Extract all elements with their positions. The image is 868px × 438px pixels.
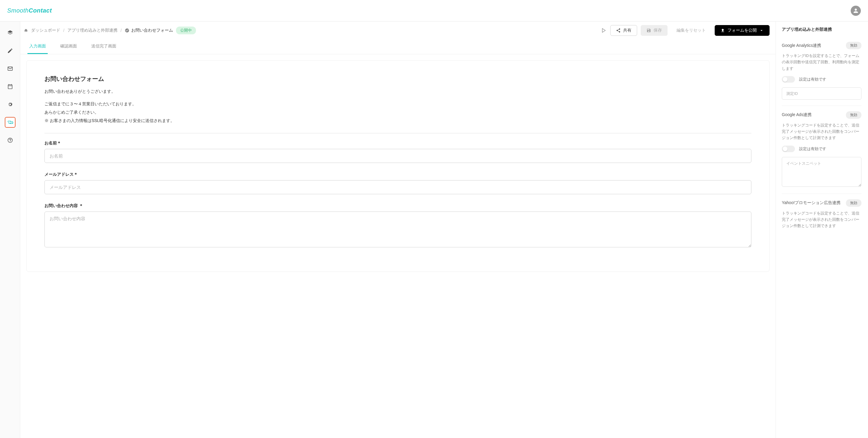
name-input[interactable] [44,149,751,163]
ga-measurement-id-input[interactable] [782,87,862,100]
home-icon [24,28,28,33]
ga-badge: 無効 [846,42,862,49]
logo-part1: Smooth [7,7,29,14]
share-icon [616,28,621,33]
gads-desc: トラッキングコードを設定することで、送信完了メッセージが表示された回数をコンバー… [782,122,862,142]
right-panel: アプリ埋め込みと外部連携 Google Analytics連携 無効 トラッキン… [776,22,868,438]
gads-toggle-label: 設定は有効です [799,146,826,152]
breadcrumb-sep: / [121,28,122,33]
logo-part2: Contact [29,7,52,14]
gads-snippet-textarea[interactable] [782,157,862,187]
breadcrumb: ダッシュボード / アプリ埋め込みと外部連携 / お問い合わせフォーム 公開中 [24,27,596,34]
play-icon [600,27,607,34]
save-icon [646,28,651,33]
field-name: お名前＊ [44,140,751,163]
sidebar [0,22,20,438]
share-button[interactable]: 共有 [610,25,637,36]
save-label: 保存 [654,28,662,33]
sidebar-item-calendar[interactable] [5,81,16,92]
user-icon [852,7,859,14]
inquiry-label: お問い合わせ内容 ＊ [44,203,751,209]
form-desc-line3: あらかじめご了承ください。 [44,108,751,116]
crumb-dashboard[interactable]: ダッシュボード [31,28,60,33]
sidebar-item-settings[interactable] [5,99,16,110]
email-label: メールアドレス＊ [44,172,751,177]
section-yahoo: Yahoo!プロモーション広告連携 無効 トラッキングコードを設定することで、送… [782,194,862,240]
integration-icon [7,119,13,125]
ga-title: Google Analytics連携 [782,43,821,48]
yahoo-desc: トラッキングコードを設定することで、送信完了メッセージが表示された回数をコンバー… [782,210,862,229]
pencil-icon [7,48,13,54]
mail-icon [7,66,13,72]
publish-label: フォームを公開 [727,28,757,33]
crumb-embed[interactable]: アプリ埋め込みと外部連携 [67,28,118,33]
header-row: ダッシュボード / アプリ埋め込みと外部連携 / お問い合わせフォーム 公開中 … [20,22,776,39]
upload-icon [720,28,725,33]
play-button[interactable] [600,27,607,34]
layers-icon [7,30,13,36]
reset-label: 編集をリセット [677,28,706,33]
sidebar-item-layers[interactable] [5,27,16,38]
crumb-current-label: お問い合わせフォーム [131,28,173,33]
form-desc-line1: お問い合わせありがとうございます。 [44,87,751,95]
check-circle-icon [125,28,129,33]
reset-button[interactable]: 編集をリセット [671,25,711,35]
publish-button[interactable]: フォームを公開 [715,25,770,36]
field-inquiry: お問い合わせ内容 ＊ [44,203,751,248]
sidebar-item-edit[interactable] [5,45,16,56]
ga-desc: トラッキングIDを設定することで、フォームの表示回数や送信完了回数、利用動向を測… [782,53,862,72]
section-ga: Google Analytics連携 無効 トラッキングIDを設定することで、フ… [782,36,862,105]
ga-toggle-label: 設定は有効です [799,77,826,82]
canvas-scroll[interactable]: お問い合わせフォーム お問い合わせありがとうございます。 ご返信までに３〜４営業… [20,54,776,438]
form-desc-line4: ※ お客さまの入力情報はSSL暗号化通信により安全に送信されます。 [44,116,751,125]
calendar-icon [7,84,13,90]
tab-input[interactable]: 入力画面 [27,39,48,54]
logo[interactable]: SmoothContact [7,7,52,14]
avatar[interactable] [851,6,861,16]
breadcrumb-sep: / [63,28,64,33]
section-gads: Google Ads連携 無効 トラッキングコードを設定することで、送信完了メッ… [782,105,862,194]
chevron-down-icon [759,28,764,33]
gear-icon [7,101,13,107]
sidebar-item-integration[interactable] [5,117,16,128]
gads-badge: 無効 [846,111,862,119]
help-icon [7,137,13,143]
status-badge: 公開中 [176,27,196,34]
form-description: お問い合わせありがとうございます。 ご返信までに３〜４営業日いただいております。… [44,87,751,125]
save-button: 保存 [641,25,668,36]
ga-toggle[interactable] [782,76,795,83]
sidebar-item-mail[interactable] [5,63,16,74]
tab-done[interactable]: 送信完了画面 [90,39,118,54]
divider [44,133,751,133]
gads-toggle[interactable] [782,146,795,152]
main: ダッシュボード / アプリ埋め込みと外部連携 / お問い合わせフォーム 公開中 … [20,22,776,438]
yahoo-title: Yahoo!プロモーション広告連携 [782,200,841,206]
crumb-current: お問い合わせフォーム [125,28,173,33]
form-title: お問い合わせフォーム [44,75,751,83]
yahoo-badge: 無効 [846,199,862,207]
right-panel-title: アプリ埋め込みと外部連携 [776,22,868,36]
form-card: お問い合わせフォーム お問い合わせありがとうございます。 ご返信までに３〜４営業… [26,60,770,272]
gads-title: Google Ads連携 [782,112,812,118]
tabs: 入力画面 確認画面 送信完了画面 [20,39,776,54]
email-input[interactable] [44,180,751,194]
tab-confirm[interactable]: 確認画面 [59,39,79,54]
inquiry-textarea[interactable] [44,212,751,247]
share-label: 共有 [623,28,631,33]
right-panel-scroll[interactable]: Google Analytics連携 無効 トラッキングIDを設定することで、フ… [776,36,868,438]
name-label: お名前＊ [44,140,751,146]
field-email: メールアドレス＊ [44,172,751,194]
sidebar-item-help[interactable] [5,135,16,146]
top-bar: SmoothContact [0,0,868,22]
form-desc-line2: ご返信までに３〜４営業日いただいております。 [44,100,751,108]
